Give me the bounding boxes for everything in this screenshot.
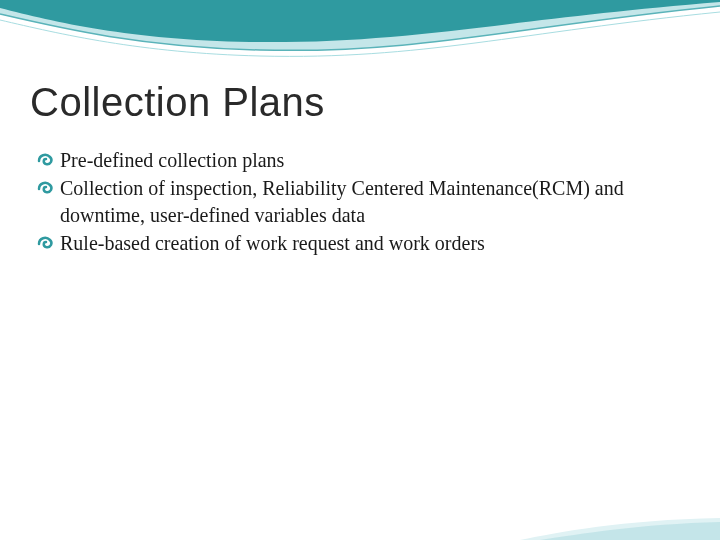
list-item: Rule-based creation of work request and … xyxy=(36,230,690,257)
slide-title: Collection Plans xyxy=(30,80,690,125)
list-item-text: Pre-defined collection plans xyxy=(60,149,284,171)
list-item-text: Rule-based creation of work request and … xyxy=(60,232,485,254)
bullet-list: Pre-defined collection plans Collection … xyxy=(30,147,690,257)
swirl-bullet-icon xyxy=(36,149,56,169)
swirl-bullet-icon xyxy=(36,232,56,252)
swirl-bullet-icon xyxy=(36,177,56,197)
list-item-text: Collection of inspection, Reliability Ce… xyxy=(60,177,624,226)
footer-swoosh-decoration xyxy=(0,500,720,540)
list-item: Pre-defined collection plans xyxy=(36,147,690,174)
list-item: Collection of inspection, Reliability Ce… xyxy=(36,175,690,229)
